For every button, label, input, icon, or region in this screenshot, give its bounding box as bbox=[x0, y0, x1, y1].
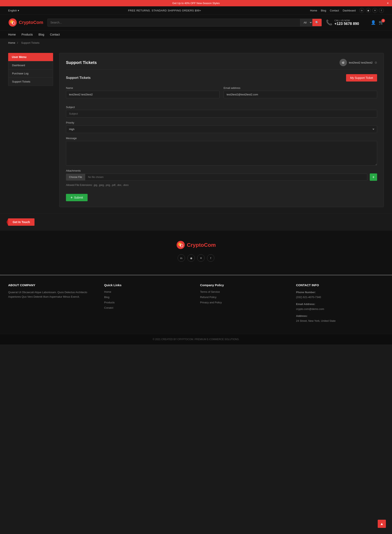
footer-email-label: Email Address: bbox=[296, 302, 384, 307]
footer-logo: ₿ CryptoCom bbox=[8, 241, 384, 250]
name-label: Name bbox=[66, 86, 219, 90]
logo[interactable]: ₿ CryptoCom bbox=[8, 18, 43, 27]
get-in-touch-bar: Get In Touch bbox=[0, 213, 392, 231]
search-button[interactable]: 🔍 bbox=[312, 19, 322, 26]
form-group-priority: Priority High Medium Low bbox=[66, 121, 377, 133]
subject-label: Subject bbox=[66, 106, 377, 109]
user-settings-icon[interactable]: ⊙ bbox=[375, 61, 377, 64]
footer-columns: ABOUT COMPANY Quaerat Ut Obcaecati Atque… bbox=[0, 275, 392, 334]
cart-button[interactable]: 🛒 0 bbox=[379, 20, 384, 25]
twitter-icon[interactable]: ✕ bbox=[372, 8, 377, 13]
top-nav-blog[interactable]: Blog bbox=[321, 9, 326, 12]
breadcrumb-current: Support Tickets bbox=[21, 41, 40, 44]
get-in-touch-button[interactable]: Get In Touch bbox=[8, 218, 34, 226]
footer-link-blog[interactable]: Blog bbox=[104, 296, 109, 299]
logo-icon: ₿ bbox=[8, 18, 17, 27]
footer-about-col: ABOUT COMPANY Quaerat Ut Obcaecati Atque… bbox=[8, 283, 96, 326]
support-panel: Support Tickets t2 test2test2 test2test2… bbox=[59, 53, 384, 207]
footer-instagram-icon[interactable]: ◉ bbox=[187, 254, 195, 262]
sidebar-item-support-tickets[interactable]: Support Tickets bbox=[8, 78, 53, 85]
sidebar-item-purchase-log[interactable]: Purchase Log bbox=[8, 70, 53, 78]
choose-file-button[interactable]: Choose File bbox=[66, 174, 85, 180]
priority-select[interactable]: High Medium Low bbox=[66, 125, 377, 133]
file-input-wrapper: Choose File No file chosen bbox=[66, 174, 367, 181]
email-label: Email address bbox=[224, 86, 377, 90]
copyright-text: © 2021 CREATED BY CRYPTOCOM. PREMIUM E-C… bbox=[153, 338, 239, 341]
sub-header-row: Support Tickets My Support Ticket bbox=[66, 74, 377, 81]
header-icons: 👤 🛒 0 bbox=[371, 20, 384, 25]
cart-badge: 0 bbox=[381, 19, 385, 23]
phone-text: CALL US NOW +123 5678 890 bbox=[334, 19, 359, 26]
attachments-row: Choose File No file chosen + bbox=[66, 173, 377, 181]
top-nav-dashboard[interactable]: Dashboard bbox=[343, 9, 356, 12]
account-button[interactable]: 👤 bbox=[371, 20, 376, 25]
form-row-name-email: Name Email address bbox=[66, 86, 377, 102]
nav-blog[interactable]: Blog bbox=[39, 33, 44, 36]
footer-policy-title: Company Policy bbox=[200, 283, 288, 287]
nav-products[interactable]: Products bbox=[21, 33, 33, 36]
top-nav: Home Blog Contact Dashboard in ◉ ✕ f bbox=[310, 8, 384, 13]
submit-icon: ✈ bbox=[70, 196, 73, 199]
social-icons-header: in ◉ ✕ f bbox=[359, 8, 384, 13]
svg-text:₿: ₿ bbox=[12, 22, 13, 24]
footer-contact-title: CONTACT INFO bbox=[296, 283, 384, 287]
nav-contact[interactable]: Contact bbox=[50, 33, 60, 36]
logo-text: CryptoCom bbox=[19, 20, 43, 25]
instagram-icon[interactable]: ◉ bbox=[366, 8, 371, 13]
submit-button[interactable]: ✈ Submit bbox=[66, 194, 88, 201]
allowed-extensions-text: Allowed File Extensions: .jpg, .jpeg, .p… bbox=[66, 184, 377, 187]
chevron-down-icon: ▾ bbox=[18, 9, 19, 12]
footer-facebook-icon[interactable]: f bbox=[207, 254, 214, 262]
form-group-attachments: Attachments Choose File No file chosen +… bbox=[66, 169, 377, 190]
linkedin-icon[interactable]: in bbox=[359, 8, 364, 13]
form-group-name: Name bbox=[66, 86, 219, 98]
footer-linkedin-icon[interactable]: in bbox=[178, 254, 185, 262]
banner-close-icon[interactable]: × bbox=[387, 1, 389, 5]
footer-link-home[interactable]: Home bbox=[104, 290, 111, 293]
footer-address-label: Address: bbox=[296, 314, 384, 318]
language-selector[interactable]: English ▾ bbox=[8, 9, 19, 12]
email-input[interactable] bbox=[224, 91, 377, 98]
sidebar: User Menu Dashboard Purchase Log Support… bbox=[8, 53, 53, 207]
footer-social-icons: in ◉ ✕ f bbox=[8, 254, 384, 262]
footer-link-tos[interactable]: Terms of Service bbox=[200, 290, 220, 293]
lang-label: English bbox=[8, 9, 17, 12]
nav-bar: Home Products Blog Contact bbox=[0, 30, 392, 39]
banner-text: Get Up to 40% OFF New-Season Styles bbox=[172, 2, 220, 5]
sidebar-menu: Dashboard Purchase Log Support Tickets bbox=[8, 61, 53, 86]
footer-link-products[interactable]: Products bbox=[104, 301, 115, 304]
footer-link-refund[interactable]: Refund Policy bbox=[200, 296, 216, 299]
footer-twitter-icon[interactable]: ✕ bbox=[197, 254, 205, 262]
main-header: ₿ CryptoCom All 🔍 📞 CALL US NOW +123 567… bbox=[0, 15, 392, 30]
subject-input[interactable] bbox=[66, 110, 377, 118]
top-nav-home[interactable]: Home bbox=[310, 9, 317, 12]
name-input[interactable] bbox=[66, 91, 219, 98]
nav-home[interactable]: Home bbox=[8, 33, 16, 36]
footer-phone-value: (332) 621-4070-7340 bbox=[296, 295, 384, 299]
footer-quick-links-list: Home Blog Products Conatct bbox=[104, 290, 192, 309]
breadcrumb: Home / Support Tickets bbox=[0, 39, 392, 47]
top-nav-contact[interactable]: Contact bbox=[330, 9, 339, 12]
sidebar-item-dashboard[interactable]: Dashboard bbox=[8, 61, 53, 70]
footer-phone-label: Phone Number: bbox=[296, 290, 384, 295]
footer-policy-col: Company Policy Terms of Service Refund P… bbox=[200, 283, 288, 326]
footer-logo-icon: ₿ bbox=[176, 241, 185, 250]
breadcrumb-home[interactable]: Home bbox=[8, 41, 15, 44]
sub-title: Support Tickets bbox=[66, 76, 91, 80]
footer-link-contact[interactable]: Conatct bbox=[104, 306, 113, 309]
form-group-message: Message bbox=[66, 137, 377, 165]
footer-link-privacy[interactable]: Privacy and Policy bbox=[200, 301, 222, 304]
message-textarea[interactable] bbox=[66, 141, 377, 165]
form-group-email: Email address bbox=[224, 86, 377, 98]
file-name-display: No file chosen bbox=[85, 174, 106, 180]
user-name: test2test2 test2test2 bbox=[349, 61, 373, 64]
add-attachment-button[interactable]: + bbox=[370, 173, 377, 181]
message-label: Message bbox=[66, 137, 377, 140]
facebook-icon[interactable]: f bbox=[379, 8, 384, 13]
search-input[interactable] bbox=[47, 19, 300, 26]
top-banner: Get Up to 40% OFF New-Season Styles × bbox=[0, 0, 392, 6]
my-support-ticket-button[interactable]: My Support Ticket bbox=[346, 74, 377, 81]
search-category-select[interactable]: All bbox=[300, 19, 312, 26]
submit-label: Submit bbox=[74, 196, 83, 199]
phone-icon: 📞 bbox=[326, 19, 332, 26]
